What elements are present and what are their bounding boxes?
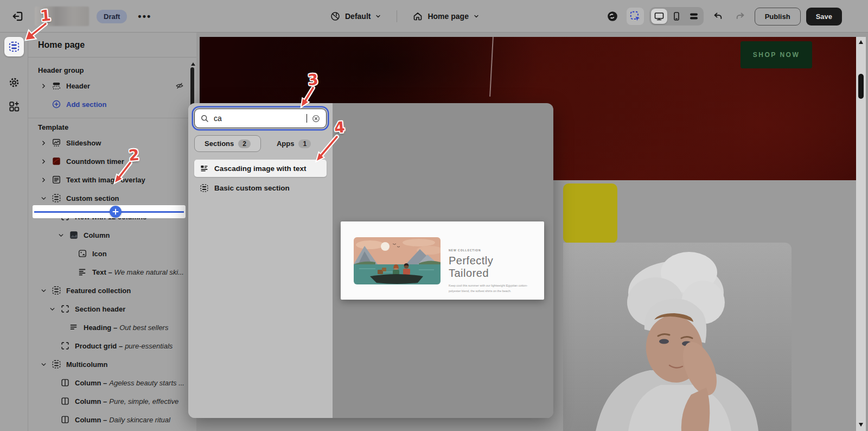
template-heading: Template [38,123,192,133]
tree-row-column-daily[interactable]: Column – Daily skincare ritual [38,411,192,428]
tree-row-text[interactable]: Text – We make natural ski... [38,264,192,280]
mobile-view-button[interactable] [668,9,685,24]
text-overlay-icon [52,175,61,185]
undo-button[interactable] [709,8,726,25]
header-group-heading: Header group [38,66,192,76]
sidebar-scrollbar-thumb[interactable] [190,67,194,106]
insertion-plus-icon[interactable] [110,206,122,218]
mobile-icon [671,11,682,22]
preview-illustration [354,237,441,284]
exit-icon [11,10,24,23]
page-selector[interactable]: Home page [408,8,483,25]
hero-image-detail [489,37,494,97]
chevron-down-icon [41,195,47,201]
yellow-decor-block [563,183,617,243]
sections-icon [8,41,20,53]
redo-button[interactable] [732,8,749,25]
add-circle-icon [52,99,61,109]
section-icon [52,286,61,295]
hidden-eye-icon[interactable] [175,81,184,91]
desktop-icon [654,11,665,22]
picture-icon [78,249,87,258]
modal-results-panel: Sections 2 Apps 1 Casc [188,103,333,418]
publish-button[interactable]: Publish [755,8,801,26]
fullscreen-icon [688,11,699,22]
section-icon [200,183,209,193]
section-icon [52,359,61,369]
tree-row-text-with-image-overlay[interactable]: Text with image overlay [38,172,192,188]
shop-now-button[interactable]: SHOP NOW [741,41,812,68]
slideshow-icon [52,138,61,148]
chevron-right-icon [41,177,47,183]
section-search-field[interactable] [194,109,327,128]
tree-row-column-pure[interactable]: Column – Pure, simple, effective [38,393,192,409]
chevron-down-icon [375,13,381,20]
redo-icon [735,11,746,22]
tree-row-column[interactable]: Column [38,227,192,243]
app-embeds-button[interactable] [604,8,621,25]
section-insertion-indicator[interactable] [33,205,186,218]
tree-row-custom-section[interactable]: Custom section [38,190,192,206]
save-button[interactable]: Save [806,8,842,26]
preview-eyebrow: NEW COLLECTION [449,249,535,252]
column-split-icon [60,415,70,424]
insertion-line [34,211,184,213]
tree-row-slideshow[interactable]: Slideshow [38,135,192,151]
app-embeds-icon [607,10,618,22]
image-with-text-icon [200,164,209,173]
tab-apps[interactable]: Apps 1 [261,135,327,152]
tree-row-heading[interactable]: Heading – Out best sellers [38,319,192,335]
tree-row-product-grid[interactable]: Product grid – pure-essentials [38,338,192,354]
inspector-toggle-button[interactable] [627,8,644,25]
chevron-down-icon [58,232,64,238]
layout-brackets-icon [60,341,70,351]
tree-row-icon[interactable]: Icon [38,245,192,262]
modal-preview-pane: NEW COLLECTION Perfectly Tailored Keep c… [333,103,553,418]
tree-row-section-header[interactable]: Section header [38,301,192,317]
top-bar: Draft ••• Default Home page [0,0,868,33]
preview-body: Keep cool this summer with our lightweig… [449,283,530,294]
section-preview-card: NEW COLLECTION Perfectly Tailored Keep c… [341,221,544,300]
rail-theme-settings-tab[interactable] [4,73,24,92]
sections-count-badge: 2 [238,140,251,148]
preview-scrollbar-thumb[interactable] [858,74,864,99]
chevron-right-icon [41,159,47,164]
rail-sections-tab[interactable] [4,37,24,56]
inspect-cursor-icon [629,10,641,22]
chevron-down-icon [41,362,47,367]
text-lines-icon [78,267,87,277]
preview-title: Perfectly Tailored [449,255,535,280]
chevron-down-icon [41,288,47,294]
search-input[interactable] [214,114,305,123]
header-section-icon [52,81,61,91]
tree-row-multicolumn[interactable]: Multicolumn [38,356,192,372]
sidebar-page-title: Home page [28,33,196,58]
add-section-button[interactable]: Add section [38,96,192,112]
desktop-view-button[interactable] [651,9,667,24]
rail-app-embeds-tab[interactable] [4,97,24,116]
result-basic-custom-section[interactable]: Basic custom section [194,179,327,197]
divider [397,10,397,22]
spa-woman-photo [563,243,792,431]
store-name-redacted [35,7,89,26]
result-cascading-image-with-text[interactable]: Cascading image with text [194,160,327,177]
sidebar-scroll-up-icon[interactable] [191,62,195,66]
tree-row-header[interactable]: Header [38,78,192,94]
custom-section-icon [52,193,61,203]
preview-scrollbar[interactable] [856,37,866,431]
fullscreen-view-button[interactable] [686,9,702,24]
chevron-right-icon [41,140,47,146]
tree-row-column-ageless[interactable]: Column – Ageless beauty starts ... [38,375,192,391]
more-options-button[interactable]: ••• [135,11,155,22]
theme-style-selector[interactable]: Default [326,8,386,25]
result-tabs: Sections 2 Apps 1 [194,135,327,152]
countdown-thumbnail-icon [52,156,61,166]
tree-row-featured-collection[interactable]: Featured collection [38,282,192,299]
scroll-up-arrow-icon[interactable] [859,40,863,44]
exit-editor-button[interactable] [9,7,27,26]
tab-sections[interactable]: Sections 2 [194,135,261,152]
clear-search-icon[interactable] [311,114,321,123]
editor-left-rail [0,33,28,431]
scroll-down-arrow-icon[interactable] [859,423,863,427]
tree-row-countdown-timer[interactable]: Countdown timer [38,153,192,169]
